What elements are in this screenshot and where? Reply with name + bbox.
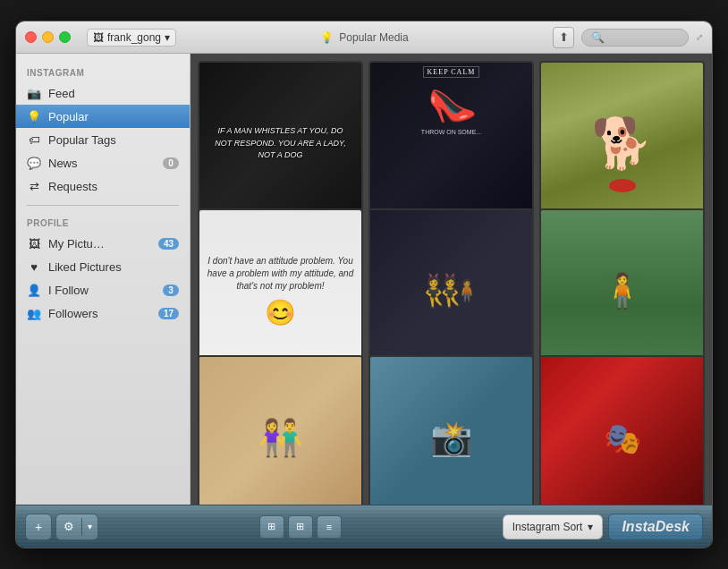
- photo-card-6[interactable]: 🧍: [539, 208, 705, 374]
- list-icon: ≡: [326, 522, 332, 532]
- add-icon: +: [35, 520, 42, 534]
- sidebar-item-news[interactable]: 💬 News 0: [16, 151, 190, 174]
- sidebar-item-liked-pictures[interactable]: ♥ Liked Pictures: [16, 255, 190, 278]
- search-bar[interactable]: 🔍: [581, 29, 689, 47]
- swing-person: 🧍: [601, 271, 643, 310]
- gear-button-group[interactable]: ⚙ ▾: [55, 514, 98, 540]
- view-grid-medium-button[interactable]: ⊞: [288, 515, 313, 539]
- sidebar: INSTAGRAM 📷 Feed 💡 Popular 🏷 Popular Tag…: [16, 54, 190, 505]
- user-icon: 🖼: [93, 31, 104, 44]
- my-pictures-badge: 43: [158, 238, 179, 250]
- i-follow-badge: 3: [163, 284, 179, 296]
- sidebar-item-popular[interactable]: 💡 Popular: [16, 105, 190, 128]
- popular-tags-icon: 🏷: [27, 132, 41, 147]
- instadesk-button[interactable]: InstaDesk: [608, 514, 703, 540]
- popular-label: Popular: [48, 110, 179, 123]
- keep-calm-text: KEEP CALM: [423, 66, 480, 78]
- photo-1-text: IF A MAN WHISTLES AT YOU, DO NOT RESPOND…: [208, 125, 352, 162]
- followers-icon: 👥: [27, 306, 41, 320]
- bandana-shape: [609, 179, 636, 192]
- toolbar-right: Instagram Sort ▾ InstaDesk: [503, 514, 703, 540]
- news-badge: 0: [163, 157, 179, 169]
- feed-label: Feed: [48, 87, 179, 100]
- user-selector[interactable]: 🖼 frank_gong ▾: [87, 29, 176, 47]
- photo-card-1[interactable]: IF A MAN WHISTLES AT YOU, DO NOT RESPOND…: [198, 61, 363, 226]
- sort-dropdown[interactable]: Instagram Sort ▾: [503, 514, 604, 539]
- couple-silhouette: 👫: [258, 417, 303, 459]
- toolbar-center: ⊞ ⊞ ≡: [106, 515, 495, 539]
- shoe-bottom-text: THROW ON SOME...: [421, 129, 481, 135]
- photo-grid: IF A MAN WHISTLES AT YOU, DO NOT RESPOND…: [190, 54, 712, 505]
- i-follow-label: I Follow: [48, 284, 156, 297]
- person-with-camera: 📸: [430, 419, 472, 458]
- sidebar-item-followers[interactable]: 👥 Followers 17: [16, 301, 190, 325]
- photo-card-8[interactable]: 📸: [368, 355, 534, 505]
- followers-badge: 17: [158, 308, 179, 319]
- maximize-button[interactable]: [59, 31, 71, 43]
- dog-emoji: 🐕: [591, 115, 653, 173]
- instagram-section-label: INSTAGRAM: [16, 63, 190, 81]
- photo-card-5[interactable]: 👯 🧍: [368, 208, 534, 374]
- red-scene-silhouette: 🎭: [604, 420, 641, 456]
- sidebar-item-my-pictures[interactable]: 🖼 My Pictu… 43: [16, 232, 190, 255]
- popular-tags-label: Popular Tags: [48, 133, 179, 147]
- sidebar-item-i-follow[interactable]: 👤 I Follow 3: [16, 278, 190, 301]
- extra-person-icon: 🧍: [453, 278, 480, 303]
- liked-pictures-label: Liked Pictures: [48, 260, 179, 274]
- feed-icon: 📷: [27, 86, 41, 100]
- grid-medium-icon: ⊞: [296, 521, 304, 532]
- news-label: News: [48, 157, 156, 170]
- requests-label: Requests: [48, 180, 179, 193]
- minimize-button[interactable]: [42, 31, 54, 43]
- sort-label: Instagram Sort: [512, 521, 583, 533]
- news-icon: 💬: [27, 156, 41, 170]
- resize-icon[interactable]: ⤢: [696, 32, 703, 42]
- window-title: Popular Media: [339, 31, 408, 44]
- titlebar: 🖼 frank_gong ▾ 💡 Popular Media ⬆ 🔍 ⤢: [16, 21, 712, 54]
- view-grid-large-button[interactable]: ⊞: [259, 515, 284, 539]
- emoji-icon: 😊: [265, 298, 296, 327]
- bulb-icon: 💡: [320, 31, 334, 44]
- close-button[interactable]: [25, 31, 37, 43]
- popular-icon: 💡: [27, 109, 41, 123]
- gear-chevron-icon[interactable]: ▾: [82, 514, 97, 539]
- app-window: 🖼 frank_gong ▾ 💡 Popular Media ⬆ 🔍 ⤢ INS…: [15, 21, 713, 548]
- my-pictures-label: My Pictu…: [48, 237, 151, 251]
- add-button[interactable]: +: [25, 514, 52, 540]
- followers-label: Followers: [48, 307, 151, 320]
- share-icon: ⬆: [559, 30, 569, 44]
- titlebar-center: 💡 Popular Media: [183, 31, 546, 44]
- sidebar-item-feed[interactable]: 📷 Feed: [16, 81, 190, 105]
- instadesk-label: InstaDesk: [622, 519, 690, 535]
- photo-card-3[interactable]: 🐕: [539, 61, 705, 226]
- username-label: frank_gong: [107, 31, 161, 44]
- my-pictures-icon: 🖼: [27, 236, 41, 251]
- photo-card-4[interactable]: I don't have an attitude problem. You ha…: [198, 208, 363, 374]
- main-content: INSTAGRAM 📷 Feed 💡 Popular 🏷 Popular Tag…: [16, 54, 712, 505]
- photo-card-9[interactable]: 🎭: [539, 355, 705, 505]
- sort-chevron-icon: ▾: [588, 521, 593, 533]
- profile-section-label: PROFILE: [16, 213, 190, 232]
- user-chevron-icon: ▾: [165, 31, 170, 44]
- toolbar: + ⚙ ▾ ⊞ ⊞ ≡ Instagram Sort ▾: [16, 505, 712, 548]
- sidebar-divider: [27, 205, 179, 206]
- sidebar-item-popular-tags[interactable]: 🏷 Popular Tags: [16, 128, 190, 151]
- sidebar-item-requests[interactable]: ⇄ Requests: [16, 174, 190, 198]
- i-follow-icon: 👤: [27, 283, 41, 297]
- liked-pictures-icon: ♥: [27, 259, 41, 274]
- gear-icon[interactable]: ⚙: [56, 514, 81, 539]
- shoe-icon: 👠: [423, 77, 479, 132]
- grid-large-icon: ⊞: [267, 521, 275, 532]
- view-list-button[interactable]: ≡: [317, 515, 342, 539]
- photo-card-2[interactable]: KEEP CALM 👠 THROW ON SOME...: [368, 61, 534, 226]
- share-button[interactable]: ⬆: [553, 27, 574, 48]
- titlebar-right: ⬆ 🔍 ⤢: [553, 27, 703, 48]
- photo-card-7[interactable]: 👫: [198, 355, 363, 505]
- toolbar-left: + ⚙ ▾: [25, 514, 98, 540]
- requests-icon: ⇄: [27, 179, 41, 193]
- traffic-lights: [25, 31, 71, 43]
- attitude-text: I don't have an attitude problem. You ha…: [207, 255, 354, 293]
- search-icon: 🔍: [591, 31, 605, 44]
